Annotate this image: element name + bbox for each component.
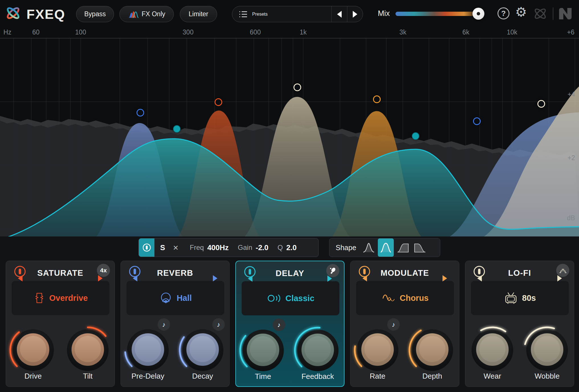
shape-option-narrow-bell-icon[interactable] xyxy=(361,238,377,257)
knob-label: Time xyxy=(255,372,271,381)
module-panel-saturate[interactable]: SATURATE4x Overdrive Drive Tilt xyxy=(6,261,115,387)
band-power-button[interactable] xyxy=(139,238,154,257)
knob-label: Pre-Delay xyxy=(131,372,164,381)
tempo-sync-note-icon[interactable]: ♪ xyxy=(387,318,400,331)
eq-band-node-1[interactable] xyxy=(136,109,144,117)
divider xyxy=(553,7,553,20)
eq-band-node-7[interactable] xyxy=(473,117,481,125)
module-panel-reverb[interactable]: REVERB Hall ♪Pre-Delay ♪Decay xyxy=(121,261,230,387)
shape-option-wide-bell-icon[interactable] xyxy=(378,238,394,257)
tv-icon xyxy=(504,291,518,305)
module-panel-modulate[interactable]: MODULATE Chorus ♪Rate Depth xyxy=(350,261,459,387)
prev-type-button[interactable] xyxy=(248,275,252,282)
preset-next-button[interactable] xyxy=(347,6,363,22)
module-type-label: Chorus xyxy=(400,293,429,303)
drive-knob[interactable] xyxy=(7,324,59,376)
module-type-selector: Overdrive xyxy=(12,281,109,315)
module-type-selector: Classic xyxy=(242,281,339,315)
next-type-button[interactable] xyxy=(213,275,217,281)
chorus-icon xyxy=(382,292,396,304)
overdrive-icon xyxy=(33,291,45,305)
knob-value-arc xyxy=(521,324,573,376)
freq-value[interactable]: 400Hz xyxy=(207,243,229,252)
depth-knob[interactable] xyxy=(407,324,458,376)
mix-slider[interactable] xyxy=(395,12,481,16)
band-editor-bar: S × Freq 400Hz Gain -2.0 Q 2.0 xyxy=(138,238,319,257)
wear-knob[interactable] xyxy=(467,324,518,376)
mix-slider-handle[interactable] xyxy=(472,8,484,20)
knob-value-arc xyxy=(467,324,518,376)
prev-type-button[interactable] xyxy=(362,275,367,281)
help-icon[interactable]: ? xyxy=(498,7,509,19)
shape-label: Shape xyxy=(336,244,356,252)
fx-only-label: FX Only xyxy=(142,10,165,18)
power-icon xyxy=(142,242,152,253)
module-type-selector: Chorus xyxy=(356,281,454,315)
bypass-button[interactable]: Bypass xyxy=(76,6,114,22)
rate-knob[interactable] xyxy=(352,324,403,376)
eq-band-node-2[interactable] xyxy=(173,125,181,133)
shape-option-shelf-up-icon[interactable] xyxy=(395,238,411,257)
freq-caption: Freq xyxy=(190,244,204,252)
decay-knob[interactable] xyxy=(177,324,228,376)
tempo-sync-note-icon[interactable]: ♪ xyxy=(158,318,170,331)
tilt-knob[interactable] xyxy=(62,324,113,376)
module-panel-lo-fi[interactable]: LO-FI 80s Wear Wobble xyxy=(465,261,574,387)
band-solo-button[interactable]: S xyxy=(160,243,165,252)
next-type-button[interactable] xyxy=(443,275,447,281)
ni-logo xyxy=(558,7,573,20)
prev-type-button[interactable] xyxy=(477,275,482,281)
eq-band-node-6[interactable] xyxy=(412,132,419,140)
fxeq-knot-logo-icon xyxy=(6,5,21,21)
mix-label: Mix xyxy=(378,9,390,18)
shape-selector-bar: Shape xyxy=(329,238,440,257)
tempo-sync-note-icon[interactable]: ♪ xyxy=(212,318,225,331)
knob-label: Decay xyxy=(192,372,213,381)
eq-band-node-3[interactable] xyxy=(215,98,222,106)
knob-label: Wobble xyxy=(535,372,560,381)
knob-value-arc xyxy=(122,324,174,376)
eq-band-node-4[interactable] xyxy=(293,83,301,91)
knob-value-arc xyxy=(407,324,458,376)
next-type-button[interactable] xyxy=(557,275,562,281)
module-type-label: Overdrive xyxy=(49,293,88,303)
knob-label: Rate xyxy=(370,372,386,381)
hall-icon xyxy=(159,291,173,305)
next-type-button[interactable] xyxy=(98,275,103,281)
eq-band-node-8[interactable] xyxy=(537,100,545,108)
gain-value[interactable]: -2.0 xyxy=(256,243,268,252)
preset-prev-button[interactable] xyxy=(332,6,347,22)
time-knob[interactable] xyxy=(237,325,289,376)
bypass-label: Bypass xyxy=(84,10,106,18)
tempo-sync-note-icon[interactable]: ♪ xyxy=(273,318,285,331)
gain-caption: Gain xyxy=(238,244,252,252)
feedback-knob[interactable] xyxy=(292,325,343,376)
list-icon xyxy=(239,11,248,18)
izotope-knot-icon[interactable] xyxy=(533,6,547,21)
module-type-selector: 80s xyxy=(471,281,569,315)
presets-label: Presets xyxy=(252,12,331,17)
eq-band-node-5[interactable] xyxy=(373,95,381,103)
limiter-button[interactable]: Limiter xyxy=(180,6,217,22)
app-title: FXEQ xyxy=(26,6,65,22)
prev-type-button[interactable] xyxy=(133,275,137,281)
next-type-button[interactable] xyxy=(327,275,332,282)
knob-value-arc xyxy=(237,325,289,376)
pre-delay-knob[interactable] xyxy=(122,324,174,376)
knob-value-arc xyxy=(62,324,113,376)
module-panel-delay[interactable]: DELAY Classic ♪Time Feedback xyxy=(235,261,344,387)
module-type-label: 80s xyxy=(522,293,536,303)
fx-only-button[interactable]: FX Only xyxy=(119,6,174,22)
knob-label: Tilt xyxy=(83,372,93,381)
settings-gear-icon[interactable]: ⚙ xyxy=(515,4,527,20)
knob-value-arc xyxy=(292,325,343,376)
fx-curves-icon xyxy=(128,10,139,18)
module-type-selector: Hall xyxy=(127,281,224,315)
prev-type-button[interactable] xyxy=(18,275,23,281)
knob-value-arc xyxy=(7,324,59,376)
presets-dropdown[interactable]: Presets xyxy=(232,6,363,22)
q-value[interactable]: 2.0 xyxy=(286,243,297,252)
shape-option-shelf-down-icon[interactable] xyxy=(412,238,428,257)
module-type-label: Classic xyxy=(286,294,315,303)
wobble-knob[interactable] xyxy=(521,324,573,376)
